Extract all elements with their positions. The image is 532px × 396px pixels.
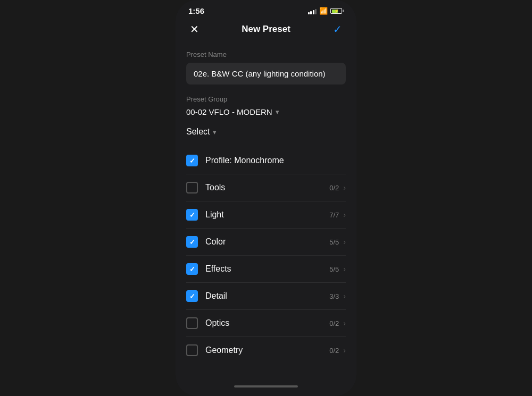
signal-icon (308, 8, 317, 14)
status-time: 1:56 (188, 6, 204, 15)
preset-name-label: Preset Name (186, 50, 346, 58)
item-arrow-light: › (343, 210, 346, 219)
status-bar: 1:56 📶 ⚡ (176, 0, 356, 19)
list-item-optics[interactable]: Optics0/2› (186, 310, 346, 337)
list-item-profile[interactable]: ✓Profile: Monochrome (186, 147, 346, 174)
checkbox-light[interactable]: ✓ (186, 209, 198, 221)
checkmark-light: ✓ (189, 211, 195, 219)
checkbox-detail[interactable]: ✓ (186, 290, 198, 302)
select-dropdown[interactable]: Select ▾ (186, 127, 346, 137)
select-label: Select (186, 127, 210, 137)
home-bar (234, 385, 298, 387)
checkbox-profile[interactable]: ✓ (186, 155, 198, 166)
item-count-geometry: 0/2 (329, 347, 339, 355)
item-label-geometry: Geometry (205, 346, 329, 355)
item-count-tools: 0/2 (329, 184, 339, 192)
checkbox-optics[interactable] (186, 317, 198, 329)
list-item-effects[interactable]: ✓Effects5/5› (186, 256, 346, 283)
checkmark-detail: ✓ (189, 292, 195, 300)
list-item-color[interactable]: ✓Color5/5› (186, 229, 346, 256)
list-item-detail[interactable]: ✓Detail3/3› (186, 283, 346, 310)
item-arrow-optics: › (343, 319, 346, 327)
home-indicator (176, 381, 356, 396)
checkbox-tools[interactable] (186, 182, 198, 193)
status-icons: 📶 ⚡ (308, 7, 344, 15)
checkmark-color: ✓ (189, 238, 195, 246)
items-list: ✓Profile: MonochromeTools0/2›✓Light7/7›✓… (186, 147, 346, 364)
close-button[interactable]: ✕ (186, 23, 202, 36)
item-count-optics: 0/2 (329, 319, 339, 327)
checkmark-effects: ✓ (189, 265, 195, 273)
item-label-profile: Profile: Monochrome (205, 156, 346, 165)
list-item-geometry[interactable]: Geometry0/2› (186, 337, 346, 364)
list-item-light[interactable]: ✓Light7/7› (186, 201, 346, 229)
nav-bar: ✕ New Preset ✓ (176, 19, 356, 42)
item-count-color: 5/5 (329, 238, 339, 246)
preset-group-value: 00-02 VFLO - MODERN (186, 107, 272, 116)
item-arrow-tools: › (343, 183, 346, 192)
item-arrow-effects: › (343, 265, 346, 273)
item-label-color: Color (205, 237, 329, 247)
content-area: Preset Name Preset Group 00-02 VFLO - MO… (176, 42, 356, 381)
checkbox-color[interactable]: ✓ (186, 236, 198, 248)
item-count-light: 7/7 (329, 211, 339, 219)
checkbox-geometry[interactable] (186, 344, 198, 356)
group-chevron-icon: ▾ (276, 108, 279, 116)
item-count-effects: 5/5 (329, 265, 339, 273)
confirm-button[interactable]: ✓ (330, 23, 346, 36)
checkbox-effects[interactable]: ✓ (186, 263, 198, 275)
item-arrow-detail: › (343, 292, 346, 300)
list-item-tools[interactable]: Tools0/2› (186, 174, 346, 201)
select-chevron-icon: ▾ (213, 128, 217, 136)
item-arrow-geometry: › (343, 346, 346, 355)
preset-group-selector[interactable]: 00-02 VFLO - MODERN ▾ (186, 107, 346, 116)
preset-group-label: Preset Group (186, 95, 346, 103)
item-count-detail: 3/3 (329, 292, 339, 300)
item-label-tools: Tools (205, 183, 329, 192)
item-arrow-color: › (343, 238, 346, 246)
battery-icon: ⚡ (330, 8, 344, 14)
item-label-light: Light (205, 210, 329, 220)
phone-frame: 1:56 📶 ⚡ ✕ New Preset ✓ Preset (176, 0, 356, 396)
item-label-optics: Optics (205, 318, 329, 328)
page-title: New Preset (242, 24, 290, 35)
checkmark-profile: ✓ (189, 157, 195, 165)
item-label-detail: Detail (205, 291, 329, 301)
preset-name-input[interactable] (186, 63, 346, 85)
item-label-effects: Effects (205, 264, 329, 274)
wifi-icon: 📶 (319, 7, 328, 15)
